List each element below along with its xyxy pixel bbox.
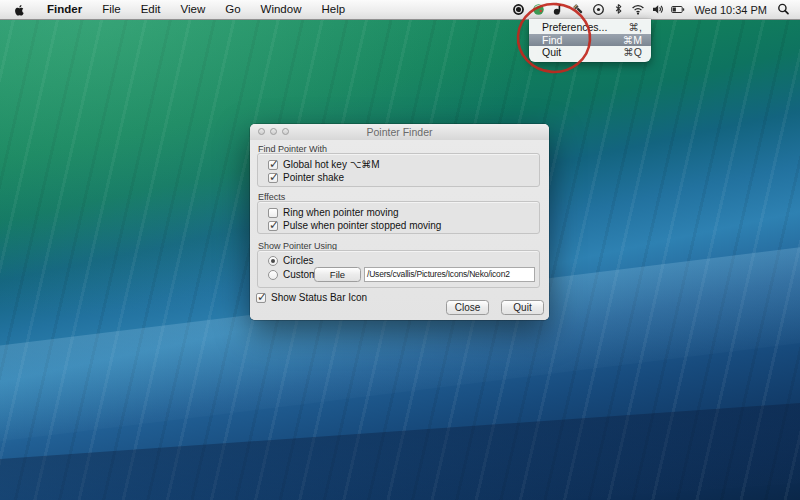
flashlight-icon[interactable]	[571, 3, 585, 17]
menu-go[interactable]: Go	[215, 0, 250, 19]
checkbox-label: Ring when pointer moving	[283, 207, 399, 218]
volume-icon[interactable]	[651, 3, 665, 17]
checkbox-row-show-status-bar-icon[interactable]: Show Status Bar Icon	[256, 292, 367, 303]
window-title: Pointer Finder	[250, 124, 549, 140]
global-hot-key-checkbox[interactable]	[268, 160, 278, 170]
menu-item-shortcut: ⌘,	[629, 21, 642, 33]
menu-file[interactable]: File	[92, 0, 131, 19]
file-button[interactable]: File	[314, 267, 361, 282]
menu-item-label: Quit	[542, 46, 561, 58]
menu-bar-clock[interactable]: Wed 10:34 PM	[691, 4, 770, 16]
target-icon[interactable]	[591, 3, 605, 17]
custom-icon-path-field[interactable]: /Users/cvallis/Pictures/Icons/Neko/icon2	[364, 267, 535, 282]
radio-row-custom[interactable]: Custom	[268, 269, 317, 280]
window-content: Find Pointer With Global hot key ⌥⌘M Poi…	[250, 140, 549, 320]
checkbox-row-pulse-when-stopped[interactable]: Pulse when pointer stopped moving	[268, 220, 441, 231]
battery-icon[interactable]	[671, 3, 685, 17]
menu-item-label: Find	[542, 34, 562, 46]
circles-radio[interactable]	[268, 256, 278, 266]
menu-finder[interactable]: Finder	[37, 0, 92, 19]
show-status-bar-icon-checkbox[interactable]	[256, 293, 266, 303]
menu-window[interactable]: Window	[251, 0, 312, 19]
menu-bar-left: Finder File Edit View Go Window Help	[0, 0, 355, 19]
status-menu: Preferences... ⌘, Find ⌘M Quit ⌘Q	[529, 19, 651, 62]
menu-item-shortcut: ⌘Q	[623, 46, 642, 58]
pointer-shake-checkbox[interactable]	[268, 173, 278, 183]
radio-label: Circles	[283, 255, 314, 266]
custom-radio[interactable]	[268, 270, 278, 280]
checkbox-label: Show Status Bar Icon	[271, 292, 367, 303]
note-icon[interactable]	[551, 3, 565, 17]
menu-bar-status-area: Wed 10:34 PM	[511, 0, 800, 19]
menu-item-quit[interactable]: Quit ⌘Q	[529, 46, 651, 59]
radio-row-circles[interactable]: Circles	[268, 255, 314, 266]
quit-button[interactable]: Quit	[501, 300, 544, 315]
group-box-effects: Ring when pointer moving Pulse when poin…	[257, 201, 540, 234]
spotlight-icon[interactable]	[776, 3, 790, 17]
group-box-find-pointer-with: Global hot key ⌥⌘M Pointer shake	[257, 153, 540, 187]
apple-menu[interactable]	[0, 0, 37, 19]
close-button[interactable]: Close	[446, 300, 489, 315]
menu-edit[interactable]: Edit	[131, 0, 171, 19]
menu-item-find[interactable]: Find ⌘M	[529, 34, 651, 47]
menu-item-shortcut: ⌘M	[623, 34, 642, 46]
ring-when-moving-checkbox[interactable]	[268, 208, 278, 218]
pointer-finder-icon[interactable]	[511, 3, 525, 17]
checkbox-row-ring-when-moving[interactable]: Ring when pointer moving	[268, 207, 399, 218]
menu-item-label: Preferences...	[542, 21, 607, 33]
window-titlebar[interactable]: Pointer Finder	[250, 124, 549, 141]
checkbox-label: Global hot key ⌥⌘M	[283, 159, 380, 170]
desktop: Finder File Edit View Go Window Help	[0, 0, 800, 500]
bluetooth-icon[interactable]	[611, 3, 625, 17]
checkbox-row-global-hot-key[interactable]: Global hot key ⌥⌘M	[268, 159, 380, 170]
wifi-icon[interactable]	[631, 3, 645, 17]
pulse-when-stopped-checkbox[interactable]	[268, 221, 278, 231]
checkbox-label: Pointer shake	[283, 172, 344, 183]
checkbox-label: Pulse when pointer stopped moving	[283, 220, 441, 231]
apple-icon	[13, 3, 26, 17]
pointer-finder-window: Pointer Finder Find Pointer With Global …	[250, 124, 549, 320]
menu-item-preferences[interactable]: Preferences... ⌘,	[529, 21, 651, 34]
menu-bar: Finder File Edit View Go Window Help	[0, 0, 800, 20]
menu-view[interactable]: View	[171, 0, 216, 19]
menu-help[interactable]: Help	[311, 0, 355, 19]
checkbox-row-pointer-shake[interactable]: Pointer shake	[268, 172, 344, 183]
group-box-show-pointer-using: Circles Custom File /Users/cvallis/Pictu…	[257, 250, 540, 288]
radio-label: Custom	[283, 269, 317, 280]
green-app-icon[interactable]	[531, 3, 545, 17]
